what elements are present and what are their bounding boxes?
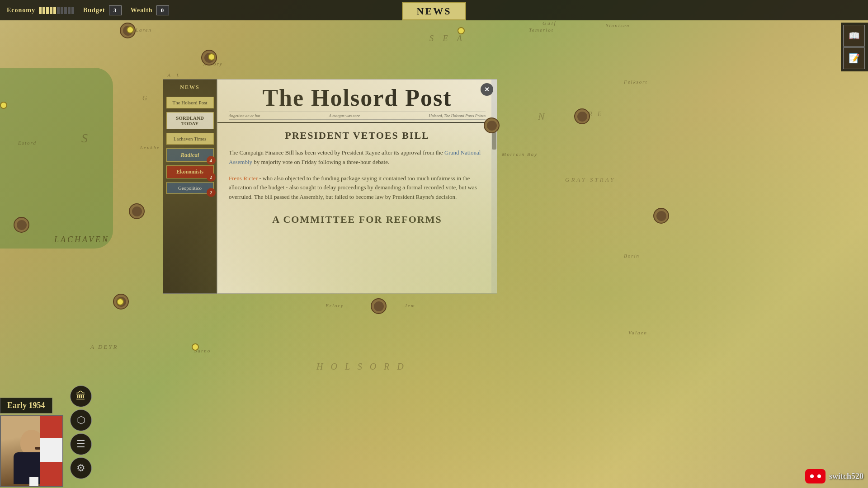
unit-token-inner [487, 121, 497, 131]
supply-dot [192, 343, 199, 351]
bar-4 [50, 7, 52, 14]
economy-label: Economy [7, 7, 35, 14]
bar-2 [42, 7, 45, 14]
wealth-label: Wealth [131, 7, 153, 14]
unit-token-inner [577, 112, 587, 122]
branding-text: switch520 [829, 472, 863, 481]
close-button[interactable]: ✕ [481, 83, 493, 96]
settings-icon-btn[interactable]: ⚙ [70, 457, 92, 479]
bar-3 [46, 7, 49, 14]
unit-token [484, 117, 500, 133]
economy-bars [39, 7, 74, 14]
avatar-area [0, 415, 63, 487]
wealth-value: 0 [156, 5, 169, 15]
budget-value: 3 [109, 5, 122, 15]
bar-7 [61, 7, 63, 14]
bottom-left-panel: Early 1954 [0, 398, 108, 488]
network-icon-btn[interactable]: ⬡ [70, 409, 92, 431]
unit-token [574, 108, 590, 124]
unit-token [653, 208, 669, 224]
news-banner: NEWS [402, 2, 466, 20]
unit-token [371, 298, 387, 314]
flag-bottom [40, 462, 62, 486]
bar-9 [68, 7, 71, 14]
wealth-indicator: Wealth 0 [131, 5, 169, 15]
svg-point-2 [810, 474, 814, 478]
date-badge: Early 1954 [0, 398, 52, 413]
map-texture [0, 0, 868, 488]
flag-top [40, 415, 62, 438]
flag-middle [40, 438, 62, 462]
budget-indicator: Budget 3 [83, 5, 122, 15]
unit-token [129, 203, 145, 219]
branding: switch520 [805, 469, 863, 483]
side-icon-panel: 🏛 ⬡ ☰ ⚙ [70, 385, 92, 479]
economy-indicator: Economy [7, 7, 74, 14]
bar-6 [57, 7, 60, 14]
bar-5 [53, 7, 56, 14]
right-icon-panel: 📖 📝 [841, 23, 868, 71]
parliament-icon-btn[interactable]: 🏛 [70, 385, 92, 407]
budget-label: Budget [83, 7, 105, 14]
list-icon-btn[interactable]: ☰ [70, 433, 92, 455]
unit-token-inner [656, 211, 666, 221]
supply-dot [117, 298, 124, 305]
unit-token-inner [374, 301, 384, 311]
supply-dot [0, 102, 7, 109]
bar-10 [71, 7, 74, 14]
scroll-icon-btn[interactable]: 📝 [843, 47, 865, 69]
nintendo-switch-icon [809, 471, 822, 481]
person-collar [29, 477, 38, 487]
svg-point-3 [817, 474, 821, 478]
bar-8 [64, 7, 67, 14]
unit-token [14, 217, 29, 233]
supply-dot [208, 53, 215, 61]
supply-dot [127, 26, 134, 33]
bar-1 [39, 7, 42, 14]
supply-dot [458, 27, 465, 34]
book-icon-btn[interactable]: 📖 [843, 25, 865, 47]
unit-token-inner [17, 220, 27, 230]
flag-strip [40, 415, 62, 486]
unit-token-inner [132, 206, 142, 216]
nintendo-logo [805, 469, 826, 483]
